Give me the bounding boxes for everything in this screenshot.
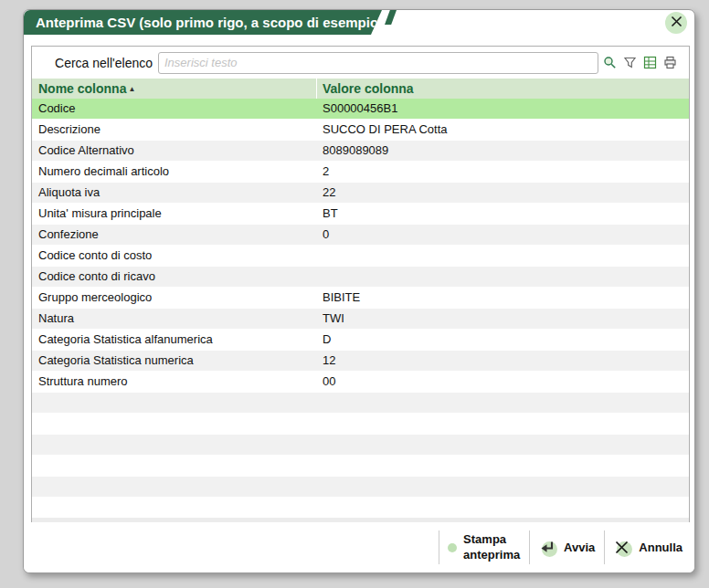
table-row[interactable]: Descrizione SUCCO DI PERA Cotta	[32, 120, 689, 141]
table-row[interactable]: Codice conto di costo	[32, 246, 689, 267]
cell-name	[32, 498, 317, 518]
column-header-valore[interactable]: Valore colonna	[317, 79, 689, 99]
bullet-icon	[448, 543, 457, 552]
cell-name: Confezione	[32, 225, 317, 245]
cell-value: 00	[317, 372, 689, 392]
cell-value: SUCCO DI PERA Cotta	[317, 120, 689, 140]
table-row[interactable]: Categoria Statistica numerica 12	[32, 351, 689, 372]
enter-arrow-icon	[538, 538, 557, 557]
table-row[interactable]	[32, 435, 689, 456]
cell-value: D	[317, 330, 689, 350]
title-bar: Anteprima CSV (solo primo rigo, a scopo …	[24, 10, 382, 35]
cell-value: TWI	[317, 309, 689, 329]
cell-name	[32, 477, 317, 497]
dialog-window: Anteprima CSV (solo primo rigo, a scopo …	[23, 9, 695, 573]
cell-name: Codice conto di ricavo	[32, 267, 317, 287]
table-body: Codice S00000456B1 Descrizione SUCCO DI …	[32, 99, 689, 519]
avvia-label: Avvia	[564, 541, 595, 554]
table-row[interactable]: Confezione 0	[32, 225, 689, 246]
cell-name	[32, 456, 317, 476]
search-icon[interactable]	[603, 56, 617, 69]
avvia-button[interactable]: Avvia	[529, 522, 604, 572]
search-label: Cerca nell'elenco	[32, 56, 153, 70]
table-row[interactable]: Codice Alternativo 8089089089	[32, 141, 689, 162]
search-row: Cerca nell'elenco	[32, 47, 689, 79]
cell-value: 12	[317, 351, 689, 371]
cell-value	[317, 267, 689, 287]
table-row[interactable]: Codice S00000456B1	[32, 99, 689, 120]
table-row[interactable]: Natura TWI	[32, 309, 689, 330]
cell-value	[317, 435, 689, 455]
title-bar-decoration	[385, 10, 397, 25]
cell-name	[32, 393, 317, 413]
cell-name: Struttura numero	[32, 372, 317, 392]
cell-value: 22	[317, 183, 689, 203]
column-header-nome[interactable]: Nome colonna▲	[32, 79, 317, 99]
list-toolbar	[603, 56, 689, 69]
cell-value	[317, 477, 689, 497]
table-row[interactable]: Struttura numero 00	[32, 372, 689, 393]
cell-name	[32, 435, 317, 455]
footer-buttons: Stampa anteprima Avvia	[439, 522, 692, 572]
cell-value: S00000456B1	[317, 99, 689, 119]
cell-name: Codice Alternativo	[32, 141, 317, 161]
table-row[interactable]	[32, 498, 689, 519]
cell-name	[32, 414, 317, 434]
cell-name: Unita' misura principale	[32, 204, 317, 224]
cell-value	[317, 414, 689, 434]
table-row[interactable]: Aliquota iva 22	[32, 183, 689, 204]
cell-name: Descrizione	[32, 120, 317, 140]
search-input[interactable]	[158, 52, 598, 74]
cell-value	[317, 456, 689, 476]
cell-value	[317, 246, 689, 266]
cell-name: Numero decimali articolo	[32, 162, 317, 182]
cell-name: Categoria Statistica alfanumerica	[32, 330, 317, 350]
cell-name: Gruppo merceologico	[32, 288, 317, 308]
cell-value	[317, 498, 689, 518]
cell-value: BIBITE	[317, 288, 689, 308]
close-button[interactable]	[665, 12, 687, 34]
cancel-x-icon	[613, 538, 632, 557]
table-header: Nome colonna▲ Valore colonna	[32, 79, 689, 99]
annulla-button[interactable]: Annulla	[604, 522, 692, 572]
cell-value	[317, 393, 689, 413]
table-row[interactable]	[32, 456, 689, 477]
table-row[interactable]	[32, 393, 689, 414]
cell-value: BT	[317, 204, 689, 224]
footer-bar: Stampa anteprima Avvia	[24, 522, 694, 572]
cell-name: Natura	[32, 309, 317, 329]
cell-value: 0	[317, 225, 689, 245]
cell-name: Categoria Statistica numerica	[32, 351, 317, 371]
table-row[interactable]: Unita' misura principale BT	[32, 204, 689, 225]
table-row[interactable]	[32, 477, 689, 498]
excel-export-icon[interactable]	[643, 56, 657, 69]
table-row[interactable]: Categoria Statistica alfanumerica D	[32, 330, 689, 351]
cell-value: 8089089089	[317, 141, 689, 161]
print-icon[interactable]	[663, 56, 677, 69]
table-row[interactable]: Codice conto di ricavo	[32, 267, 689, 288]
filter-icon[interactable]	[623, 56, 637, 69]
cell-value: 2	[317, 162, 689, 182]
dialog-title: Anteprima CSV (solo primo rigo, a scopo …	[36, 15, 383, 30]
close-icon	[670, 15, 683, 32]
table-row[interactable]: Numero decimali articolo 2	[32, 162, 689, 183]
cell-name: Aliquota iva	[32, 183, 317, 203]
stampa-anteprima-label: Stampa anteprima	[463, 532, 520, 562]
cell-name: Codice conto di costo	[32, 246, 317, 266]
sort-asc-icon: ▲	[128, 85, 135, 93]
stampa-anteprima-button[interactable]: Stampa anteprima	[439, 522, 529, 572]
table-row[interactable]	[32, 414, 689, 435]
cell-name: Codice	[32, 99, 317, 119]
csv-preview-panel: Cerca nell'elenco	[31, 46, 690, 523]
table-row[interactable]: Gruppo merceologico BIBITE	[32, 288, 689, 309]
annulla-label: Annulla	[639, 541, 683, 554]
